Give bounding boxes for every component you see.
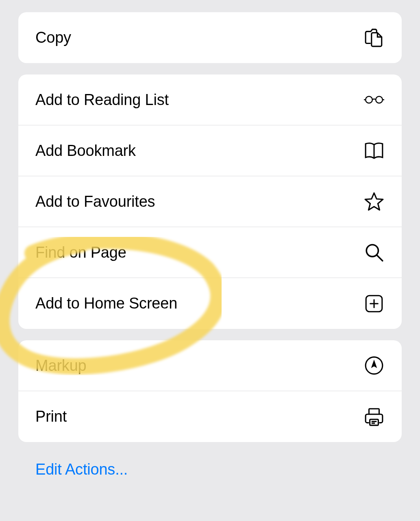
menu-item-label: Add to Favourites <box>35 193 155 210</box>
menu-item-find-on-page[interactable]: Find on Page <box>18 227 402 278</box>
book-icon <box>362 138 386 163</box>
print-icon <box>362 405 386 429</box>
menu-item-add-home-screen[interactable]: Add to Home Screen <box>18 278 402 329</box>
svg-point-1 <box>376 96 383 103</box>
action-group-1: Copy <box>18 12 402 63</box>
menu-item-label: Add to Home Screen <box>35 295 177 312</box>
menu-item-label: Find on Page <box>35 244 126 261</box>
menu-item-reading-list[interactable]: Add to Reading List <box>18 74 402 125</box>
action-group-2: Add to Reading List Add Bookmark Add to … <box>18 74 402 329</box>
menu-item-label: Add to Reading List <box>35 91 169 109</box>
menu-item-label: Print <box>35 408 67 425</box>
svg-rect-5 <box>370 419 379 425</box>
menu-item-add-favourites[interactable]: Add to Favourites <box>18 176 402 227</box>
copy-icon <box>362 26 386 50</box>
menu-item-print[interactable]: Print <box>18 391 402 442</box>
menu-item-markup[interactable]: Markup <box>18 340 402 391</box>
markup-icon <box>362 353 386 378</box>
search-icon <box>362 240 386 265</box>
plus-square-icon <box>362 291 386 316</box>
menu-item-label: Markup <box>35 357 87 374</box>
menu-item-label: Copy <box>35 29 71 46</box>
action-group-3: Markup Print <box>18 340 402 442</box>
menu-item-label: Add Bookmark <box>35 142 136 160</box>
edit-actions-label: Edit Actions... <box>35 461 128 478</box>
svg-point-0 <box>366 96 372 103</box>
menu-item-add-bookmark[interactable]: Add Bookmark <box>18 125 402 176</box>
edit-actions-link[interactable]: Edit Actions... <box>18 453 402 486</box>
glasses-icon <box>362 88 386 112</box>
menu-item-copy[interactable]: Copy <box>18 12 402 63</box>
star-icon <box>362 189 386 214</box>
